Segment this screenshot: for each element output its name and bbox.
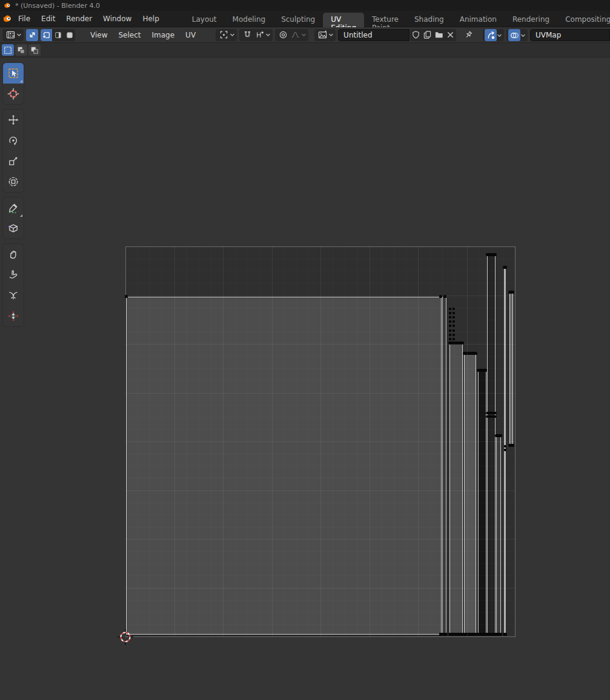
tab-compositing[interactable]: Compositing [557, 13, 610, 27]
relax-tool[interactable] [3, 265, 24, 285]
unlink-icon [446, 30, 455, 39]
uv-island-main[interactable] [126, 297, 442, 635]
uv-2d-cursor[interactable] [117, 629, 134, 646]
pivot-point-dropdown[interactable] [216, 29, 237, 41]
blender-logo-icon [4, 2, 12, 10]
scale-tool[interactable] [3, 151, 24, 171]
uv-editor-canvas[interactable] [0, 58, 610, 700]
topbar-menus: FileEditRenderWindowHelp [13, 12, 165, 25]
gizmo-icon [486, 31, 496, 40]
tool-group [3, 110, 24, 192]
uv-vertex-cap [463, 352, 477, 355]
falloff-dropdown[interactable] [289, 29, 301, 41]
menu-help[interactable]: Help [137, 12, 164, 25]
blender-menu-button[interactable] [2, 12, 13, 25]
uv-vertex-dot [449, 329, 451, 332]
image-browse-dropdown[interactable] [314, 29, 336, 41]
uv-vertex-cap [495, 434, 502, 437]
menu-file[interactable]: File [13, 12, 36, 25]
rip-region-tool[interactable] [3, 218, 24, 239]
menu-edit[interactable]: Edit [36, 12, 61, 25]
chevron-down-icon [497, 33, 502, 38]
uv-vertex-cap [448, 342, 464, 345]
rip-region-tool-icon [8, 223, 19, 234]
uv-menu-view[interactable]: View [85, 29, 113, 41]
uv-vertex-band [486, 412, 497, 414]
tweak-tool-icon [8, 68, 19, 79]
snap-toggle-button[interactable] [241, 29, 253, 41]
uv-strip-d[interactable] [487, 254, 496, 635]
select-subtract-button[interactable] [28, 44, 41, 56]
scale-tool-icon [8, 156, 19, 167]
open-image-button[interactable] [433, 29, 445, 41]
pin-button[interactable] [462, 29, 474, 41]
uv-sculpt-filter-tool-icon [8, 311, 19, 322]
tab-texture-paint[interactable]: Texture Paint [364, 13, 406, 27]
pivot-icon [217, 29, 230, 41]
uv-island-vertex [439, 633, 442, 636]
pinch-tool-icon [8, 290, 19, 301]
tab-animation[interactable]: Animation [452, 13, 505, 27]
topbar: FileEditRenderWindowHelp LayoutModelingS… [0, 11, 610, 27]
tab-rendering[interactable]: Rendering [505, 13, 557, 27]
uv-strip-e[interactable] [504, 266, 506, 635]
fake-user-button[interactable] [410, 29, 422, 41]
rotate-tool-icon [8, 135, 19, 146]
uv-island-vertex [443, 295, 446, 298]
uv-vertex-dot [453, 334, 455, 336]
tool-settings-bar [0, 43, 610, 58]
image-name-field[interactable]: Untitled [338, 29, 409, 41]
uv-vertex-dot [449, 320, 451, 323]
move-tool[interactable] [3, 110, 24, 130]
menu-window[interactable]: Window [98, 12, 137, 25]
editor-type-dropdown[interactable] [2, 29, 24, 41]
tab-modeling[interactable]: Modeling [225, 13, 274, 27]
vertex-select-mode-button[interactable] [41, 29, 52, 41]
chevron-down-icon [328, 33, 334, 37]
annotate-tool[interactable] [3, 197, 24, 218]
tab-uv-editing[interactable]: UV Editing [323, 13, 364, 27]
uv-vertex-dot [449, 312, 451, 314]
header-right-group: UVMap [483, 29, 610, 41]
grab-tool[interactable] [3, 244, 24, 265]
uv-menu-image[interactable]: Image [147, 29, 181, 41]
uv-strip-c[interactable] [478, 369, 486, 635]
uv-island-vertex [439, 295, 442, 298]
cursor-tool[interactable] [3, 84, 24, 104]
tab-sculpting[interactable]: Sculpting [273, 13, 323, 27]
edge-select-mode-button[interactable] [52, 29, 64, 41]
snap-target-button[interactable] [253, 29, 265, 41]
tab-shading[interactable]: Shading [406, 13, 452, 27]
uv-strip-f[interactable] [509, 291, 513, 446]
tab-layout[interactable]: Layout [184, 13, 225, 27]
uv-strip-b[interactable] [464, 352, 476, 635]
uv-strip-cluster[interactable] [442, 297, 446, 635]
uv-vertex-cap [503, 266, 507, 269]
uv-sync-selection-toggle[interactable] [26, 29, 38, 41]
face-select-mode-button[interactable] [64, 29, 75, 41]
overlays-toggle[interactable] [508, 29, 520, 41]
tool-group [3, 197, 24, 239]
face-select-icon [65, 31, 74, 39]
gizmos-toggle[interactable] [485, 29, 497, 41]
uv-map-field[interactable]: UVMap [530, 29, 610, 41]
proportional-edit-toggle[interactable] [277, 29, 289, 41]
pinch-tool[interactable] [3, 285, 24, 306]
uv-vertex-band [486, 415, 497, 418]
uv-strip-g[interactable] [496, 435, 501, 635]
transform-tool[interactable] [3, 171, 24, 192]
select-set-button[interactable] [2, 44, 14, 56]
uv-menu-uv[interactable]: UV [180, 29, 201, 41]
select-extend-button[interactable] [15, 44, 27, 56]
duplicate-image-button[interactable] [422, 29, 433, 41]
menu-render[interactable]: Render [61, 12, 98, 25]
unlink-image-button[interactable] [445, 29, 456, 41]
uv-menu-select[interactable]: Select [113, 29, 146, 41]
uv-sculpt-filter-tool[interactable] [3, 306, 24, 326]
rotate-tool[interactable] [3, 130, 24, 151]
chevron-down-icon [16, 33, 22, 37]
uv-vertex-dot [449, 308, 451, 310]
tweak-tool[interactable] [3, 63, 24, 84]
uv-vertex-dot [504, 445, 506, 447]
uv-strip-a[interactable] [449, 342, 463, 635]
